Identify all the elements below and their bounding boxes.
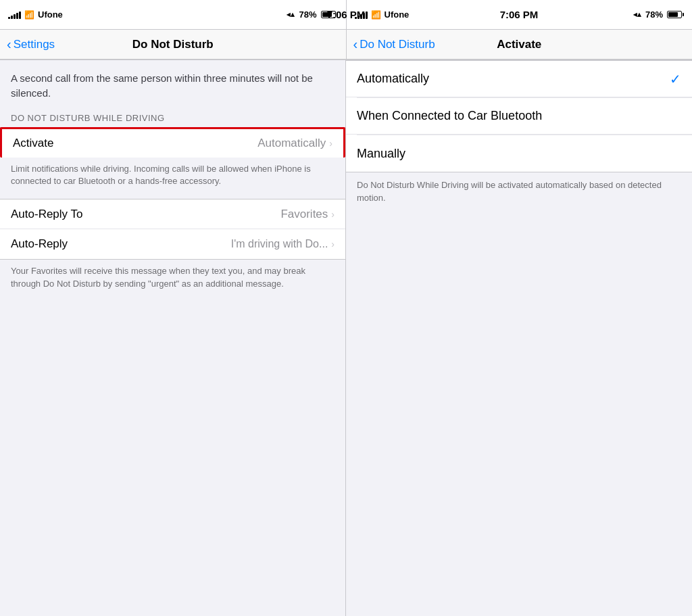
left-nav-title: Do Not Disturb bbox=[132, 38, 214, 51]
activate-value-group: Automatically › bbox=[257, 137, 332, 150]
bottom-note: Your Favorites will receive this message… bbox=[0, 260, 345, 302]
auto-reply-row[interactable]: Auto-Reply I'm driving with Do... › bbox=[0, 229, 345, 259]
auto-reply-value-group: I'm driving with Do... › bbox=[231, 238, 335, 250]
right-back-label: Do Not Disturb bbox=[360, 38, 435, 51]
auto-reply-group: Auto-Reply To Favorites › Auto-Reply I'm… bbox=[0, 199, 345, 260]
auto-reply-to-label: Auto-Reply To bbox=[11, 208, 82, 221]
right-battery-icon bbox=[667, 11, 684, 18]
option-car-bluetooth-label: When Connected to Car Bluetooth bbox=[357, 109, 542, 123]
right-back-chevron-icon: ‹ bbox=[353, 37, 358, 51]
option-automatically-label: Automatically bbox=[357, 72, 429, 86]
option-automatically[interactable]: Automatically ✓ bbox=[346, 61, 692, 97]
right-status-right: ◂▴ 78% bbox=[633, 9, 684, 20]
activate-value: Automatically bbox=[257, 137, 326, 150]
auto-reply-to-row[interactable]: Auto-Reply To Favorites › bbox=[0, 199, 345, 229]
left-signal-pct: 78% bbox=[299, 9, 316, 20]
left-panel: A second call from the same person withi… bbox=[0, 60, 346, 616]
activate-row[interactable]: Activate Automatically › bbox=[0, 127, 345, 158]
left-battery-icon bbox=[321, 11, 338, 18]
left-back-label: Settings bbox=[14, 38, 55, 51]
option-manually[interactable]: Manually bbox=[346, 135, 692, 172]
left-back-button[interactable]: ‹ Settings bbox=[7, 38, 55, 51]
activate-chevron-icon: › bbox=[329, 138, 332, 149]
right-status-bar: 📶 Ufone 7:06 PM ◂▴ 78% bbox=[346, 0, 693, 30]
left-status-bar: 📶 Ufone 7:06 PM ◂▴ 78% bbox=[0, 0, 346, 30]
right-back-button[interactable]: ‹ Do Not Disturb bbox=[353, 38, 435, 51]
activate-section-group: Activate Automatically › bbox=[0, 127, 345, 158]
driving-section-header: DO NOT DISTURB WHILE DRIVING bbox=[0, 109, 345, 127]
auto-reply-to-value: Favorites bbox=[280, 208, 328, 221]
right-location-icon: ◂▴ bbox=[633, 10, 641, 19]
option-manually-label: Manually bbox=[357, 147, 405, 161]
auto-reply-to-value-group: Favorites › bbox=[280, 208, 335, 221]
left-status-right: ◂▴ 78% bbox=[287, 9, 337, 20]
right-signal-pct: 78% bbox=[645, 9, 663, 20]
left-carrier: Ufone bbox=[38, 9, 63, 20]
right-panel: Automatically ✓ When Connected to Car Bl… bbox=[346, 60, 692, 616]
left-signal-icon bbox=[8, 11, 21, 19]
right-nav-bar: ‹ Do Not Disturb Activate bbox=[346, 30, 693, 60]
nav-bars: ‹ Settings Do Not Disturb ‹ Do Not Distu… bbox=[0, 30, 692, 60]
left-nav-bar: ‹ Settings Do Not Disturb bbox=[0, 30, 346, 60]
second-call-description: A second call from the same person withi… bbox=[0, 60, 345, 109]
right-nav-title: Activate bbox=[497, 38, 541, 51]
driving-section-note: Limit notifications while driving. Incom… bbox=[0, 158, 345, 199]
right-section-description: Do Not Disturb While Driving will be act… bbox=[346, 172, 692, 216]
left-status-left: 📶 Ufone bbox=[8, 9, 63, 20]
automatically-checkmark-icon: ✓ bbox=[670, 71, 681, 87]
left-wifi-icon: 📶 bbox=[24, 10, 34, 20]
content-area: A second call from the same person withi… bbox=[0, 60, 692, 616]
right-time: 7:06 PM bbox=[500, 9, 539, 20]
right-wifi-icon: 📶 bbox=[371, 10, 381, 20]
left-back-chevron-icon: ‹ bbox=[7, 37, 11, 51]
auto-reply-value: I'm driving with Do... bbox=[231, 238, 328, 250]
right-carrier: Ufone bbox=[385, 9, 410, 20]
option-car-bluetooth[interactable]: When Connected to Car Bluetooth bbox=[346, 98, 692, 135]
status-bar: 📶 Ufone 7:06 PM ◂▴ 78% 📶 bbox=[0, 0, 692, 30]
activate-label: Activate bbox=[13, 137, 53, 150]
auto-reply-to-chevron-icon: › bbox=[331, 209, 335, 220]
left-location-icon: ◂▴ bbox=[287, 10, 295, 19]
auto-reply-chevron-icon: › bbox=[331, 239, 335, 250]
auto-reply-label: Auto-Reply bbox=[11, 237, 68, 251]
activate-options-group: Automatically ✓ When Connected to Car Bl… bbox=[346, 60, 692, 172]
